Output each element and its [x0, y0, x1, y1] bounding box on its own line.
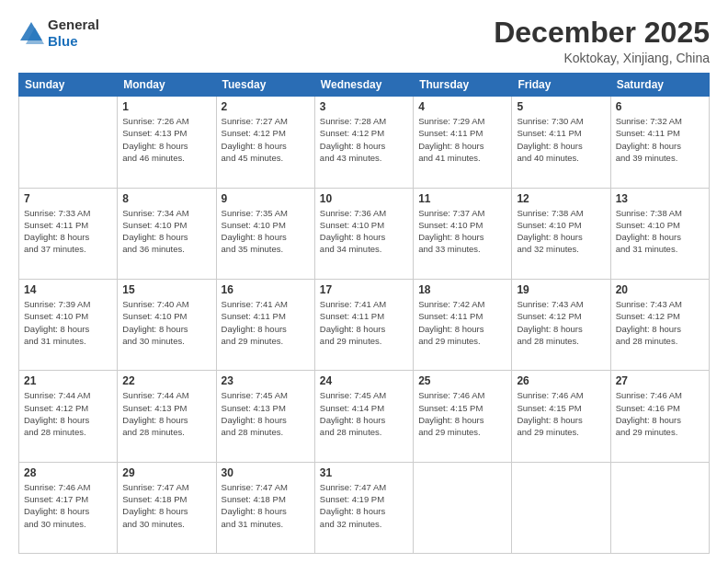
week-row-4: 21Sunrise: 7:44 AM Sunset: 4:12 PM Dayli…	[19, 371, 710, 462]
day-number: 22	[122, 374, 210, 387]
calendar-cell: 13Sunrise: 7:38 AM Sunset: 4:10 PM Dayli…	[610, 188, 709, 279]
logo-general: General	[48, 17, 99, 32]
day-info: Sunrise: 7:46 AM Sunset: 4:15 PM Dayligh…	[418, 389, 506, 438]
day-number: 23	[222, 374, 310, 387]
calendar-cell: 1Sunrise: 7:26 AM Sunset: 4:13 PM Daylig…	[118, 97, 216, 188]
calendar-cell: 24Sunrise: 7:45 AM Sunset: 4:14 PM Dayli…	[314, 371, 413, 462]
calendar-cell: 3Sunrise: 7:28 AM Sunset: 4:12 PM Daylig…	[314, 97, 413, 188]
title-block: December 2025 Koktokay, Xinjiang, China	[494, 17, 710, 65]
calendar-cell: 29Sunrise: 7:47 AM Sunset: 4:18 PM Dayli…	[118, 462, 216, 553]
day-info: Sunrise: 7:27 AM Sunset: 4:12 PM Dayligh…	[222, 115, 310, 164]
day-info: Sunrise: 7:42 AM Sunset: 4:11 PM Dayligh…	[418, 298, 506, 347]
day-info: Sunrise: 7:35 AM Sunset: 4:10 PM Dayligh…	[222, 207, 310, 256]
day-info: Sunrise: 7:34 AM Sunset: 4:10 PM Dayligh…	[122, 207, 210, 256]
calendar-cell: 26Sunrise: 7:46 AM Sunset: 4:15 PM Dayli…	[512, 371, 610, 462]
day-info: Sunrise: 7:37 AM Sunset: 4:10 PM Dayligh…	[418, 207, 506, 256]
day-info: Sunrise: 7:46 AM Sunset: 4:17 PM Dayligh…	[24, 481, 112, 530]
day-number: 6	[616, 100, 704, 113]
calendar-cell	[414, 462, 512, 553]
calendar-cell: 28Sunrise: 7:46 AM Sunset: 4:17 PM Dayli…	[19, 462, 118, 553]
calendar-cell: 4Sunrise: 7:29 AM Sunset: 4:11 PM Daylig…	[414, 97, 512, 188]
logo-blue: Blue	[48, 33, 78, 49]
calendar-cell: 5Sunrise: 7:30 AM Sunset: 4:11 PM Daylig…	[512, 97, 610, 188]
day-number: 29	[122, 466, 210, 479]
day-number: 14	[24, 283, 112, 296]
day-number: 27	[616, 374, 704, 387]
day-info: Sunrise: 7:28 AM Sunset: 4:12 PM Dayligh…	[320, 115, 408, 164]
day-number: 25	[418, 374, 506, 387]
calendar-cell: 30Sunrise: 7:47 AM Sunset: 4:18 PM Dayli…	[216, 462, 314, 553]
month-title: December 2025	[494, 17, 710, 49]
col-header-friday: Friday	[512, 74, 610, 97]
calendar-cell: 19Sunrise: 7:43 AM Sunset: 4:12 PM Dayli…	[512, 279, 610, 370]
day-info: Sunrise: 7:41 AM Sunset: 4:11 PM Dayligh…	[222, 298, 310, 347]
day-number: 13	[616, 192, 704, 205]
calendar-cell	[512, 462, 610, 553]
location-subtitle: Koktokay, Xinjiang, China	[494, 51, 710, 65]
calendar-cell: 27Sunrise: 7:46 AM Sunset: 4:16 PM Dayli…	[610, 371, 709, 462]
week-row-5: 28Sunrise: 7:46 AM Sunset: 4:17 PM Dayli…	[19, 462, 710, 553]
calendar-header-row: SundayMondayTuesdayWednesdayThursdayFrid…	[19, 74, 710, 97]
calendar-cell: 7Sunrise: 7:33 AM Sunset: 4:11 PM Daylig…	[19, 188, 118, 279]
page: General Blue December 2025 Koktokay, Xin…	[0, 0, 728, 563]
calendar-cell: 20Sunrise: 7:43 AM Sunset: 4:12 PM Dayli…	[610, 279, 709, 370]
calendar-cell: 6Sunrise: 7:32 AM Sunset: 4:11 PM Daylig…	[610, 97, 709, 188]
day-info: Sunrise: 7:41 AM Sunset: 4:11 PM Dayligh…	[320, 298, 408, 347]
day-info: Sunrise: 7:40 AM Sunset: 4:10 PM Dayligh…	[122, 298, 210, 347]
day-number: 21	[24, 374, 112, 387]
day-info: Sunrise: 7:39 AM Sunset: 4:10 PM Dayligh…	[24, 298, 112, 347]
logo-icon	[18, 20, 44, 46]
col-header-wednesday: Wednesday	[314, 74, 413, 97]
day-info: Sunrise: 7:47 AM Sunset: 4:18 PM Dayligh…	[222, 481, 310, 530]
day-number: 1	[122, 100, 210, 113]
day-number: 2	[222, 100, 310, 113]
calendar-cell: 22Sunrise: 7:44 AM Sunset: 4:13 PM Dayli…	[118, 371, 216, 462]
day-number: 11	[418, 192, 506, 205]
week-row-2: 7Sunrise: 7:33 AM Sunset: 4:11 PM Daylig…	[19, 188, 710, 279]
day-info: Sunrise: 7:26 AM Sunset: 4:13 PM Dayligh…	[122, 115, 210, 164]
day-info: Sunrise: 7:43 AM Sunset: 4:12 PM Dayligh…	[517, 298, 605, 347]
day-number: 4	[418, 100, 506, 113]
col-header-tuesday: Tuesday	[216, 74, 314, 97]
day-number: 16	[222, 283, 310, 296]
calendar-cell: 18Sunrise: 7:42 AM Sunset: 4:11 PM Dayli…	[414, 279, 512, 370]
day-info: Sunrise: 7:46 AM Sunset: 4:16 PM Dayligh…	[616, 389, 704, 438]
col-header-saturday: Saturday	[610, 74, 709, 97]
calendar-cell: 31Sunrise: 7:47 AM Sunset: 4:19 PM Dayli…	[314, 462, 413, 553]
week-row-1: 1Sunrise: 7:26 AM Sunset: 4:13 PM Daylig…	[19, 97, 710, 188]
day-number: 7	[24, 192, 112, 205]
day-info: Sunrise: 7:38 AM Sunset: 4:10 PM Dayligh…	[517, 207, 605, 256]
day-info: Sunrise: 7:38 AM Sunset: 4:10 PM Dayligh…	[616, 207, 704, 256]
day-number: 17	[320, 283, 408, 296]
day-number: 18	[418, 283, 506, 296]
day-number: 28	[24, 466, 112, 479]
col-header-thursday: Thursday	[414, 74, 512, 97]
calendar-cell: 23Sunrise: 7:45 AM Sunset: 4:13 PM Dayli…	[216, 371, 314, 462]
day-number: 15	[122, 283, 210, 296]
calendar-cell: 25Sunrise: 7:46 AM Sunset: 4:15 PM Dayli…	[414, 371, 512, 462]
week-row-3: 14Sunrise: 7:39 AM Sunset: 4:10 PM Dayli…	[19, 279, 710, 370]
day-info: Sunrise: 7:45 AM Sunset: 4:13 PM Dayligh…	[222, 389, 310, 438]
day-number: 26	[517, 374, 605, 387]
calendar-cell	[610, 462, 709, 553]
day-number: 12	[517, 192, 605, 205]
day-info: Sunrise: 7:44 AM Sunset: 4:13 PM Dayligh…	[122, 389, 210, 438]
day-number: 20	[616, 283, 704, 296]
day-info: Sunrise: 7:46 AM Sunset: 4:15 PM Dayligh…	[517, 389, 605, 438]
calendar-cell: 9Sunrise: 7:35 AM Sunset: 4:10 PM Daylig…	[216, 188, 314, 279]
calendar-cell: 14Sunrise: 7:39 AM Sunset: 4:10 PM Dayli…	[19, 279, 118, 370]
calendar-cell	[19, 97, 118, 188]
day-info: Sunrise: 7:32 AM Sunset: 4:11 PM Dayligh…	[616, 115, 704, 164]
day-info: Sunrise: 7:43 AM Sunset: 4:12 PM Dayligh…	[616, 298, 704, 347]
calendar-cell: 8Sunrise: 7:34 AM Sunset: 4:10 PM Daylig…	[118, 188, 216, 279]
calendar-cell: 11Sunrise: 7:37 AM Sunset: 4:10 PM Dayli…	[414, 188, 512, 279]
day-number: 8	[122, 192, 210, 205]
day-info: Sunrise: 7:33 AM Sunset: 4:11 PM Dayligh…	[24, 207, 112, 256]
col-header-monday: Monday	[118, 74, 216, 97]
col-header-sunday: Sunday	[19, 74, 118, 97]
day-info: Sunrise: 7:45 AM Sunset: 4:14 PM Dayligh…	[320, 389, 408, 438]
day-number: 24	[320, 374, 408, 387]
calendar-cell: 15Sunrise: 7:40 AM Sunset: 4:10 PM Dayli…	[118, 279, 216, 370]
day-info: Sunrise: 7:29 AM Sunset: 4:11 PM Dayligh…	[418, 115, 506, 164]
header: General Blue December 2025 Koktokay, Xin…	[18, 17, 710, 65]
